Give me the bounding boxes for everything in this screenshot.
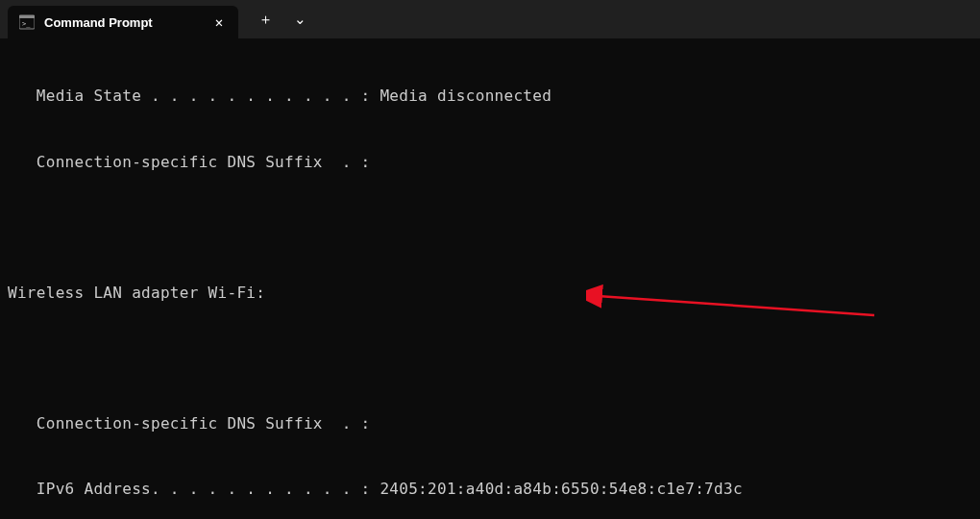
terminal-output[interactable]: Media State . . . . . . . . . . . : Medi… — [0, 38, 980, 519]
tab-active[interactable]: >_ Command Prompt ✕ — [8, 6, 238, 38]
svg-text:>_: >_ — [22, 20, 31, 28]
output-line: Connection-specific DNS Suffix . : — [8, 152, 972, 174]
output-line: IPv6 Address. . . . . . . . . . . : 2405… — [8, 479, 972, 501]
new-tab-button[interactable]: ＋ — [256, 10, 275, 29]
terminal-icon: >_ — [19, 14, 35, 30]
titlebar-actions: ＋ ⌄ — [238, 10, 309, 29]
tab-title: Command Prompt — [44, 15, 202, 30]
output-line: Media State . . . . . . . . . . . : Medi… — [8, 86, 972, 108]
window-titlebar: >_ Command Prompt ✕ ＋ ⌄ — [0, 0, 980, 38]
output-line: Connection-specific DNS Suffix . : — [8, 413, 972, 435]
output-line: Wireless LAN adapter Wi-Fi: — [8, 283, 972, 305]
svg-rect-1 — [19, 15, 35, 18]
close-icon[interactable]: ✕ — [211, 14, 227, 30]
tab-dropdown-button[interactable]: ⌄ — [290, 10, 309, 29]
output-line — [8, 217, 972, 239]
output-line — [8, 348, 972, 370]
